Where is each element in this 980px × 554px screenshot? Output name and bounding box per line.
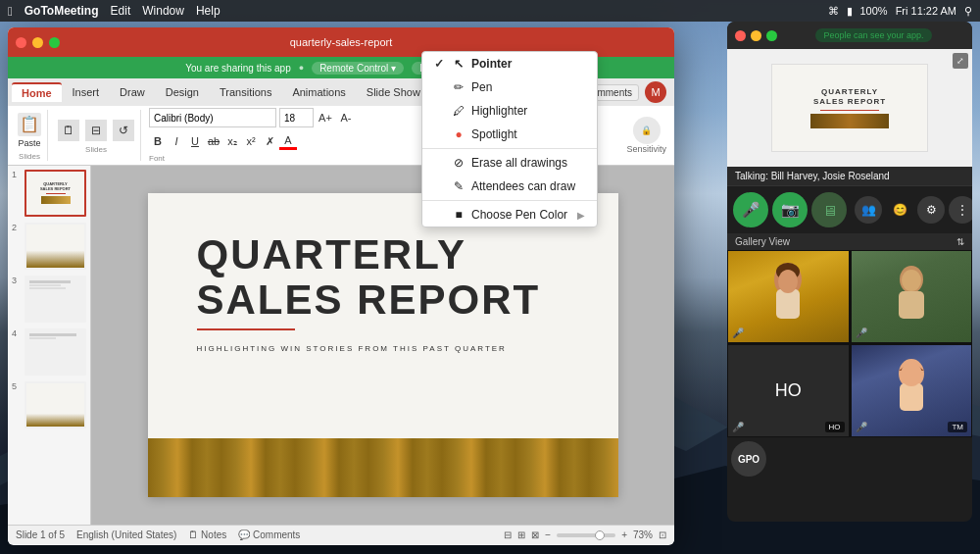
account-button[interactable]: M xyxy=(645,81,666,103)
zoom-out-btn[interactable]: − xyxy=(545,529,551,540)
superscript-button[interactable]: x² xyxy=(242,132,260,150)
slide-number-4: 4 xyxy=(12,328,22,338)
close-button[interactable] xyxy=(16,37,26,48)
notes-btn[interactable]: 🗒 Notes xyxy=(188,529,226,540)
fit-slide-btn[interactable]: ⊡ xyxy=(659,529,666,540)
underline-button[interactable]: U xyxy=(186,132,204,150)
gtm-preview-content: QUARTERLYSALES REPORT xyxy=(771,64,928,152)
wood-floor-decoration xyxy=(148,438,618,497)
tab-transitions[interactable]: Transitions xyxy=(210,83,281,101)
zoom-in-btn[interactable]: + xyxy=(621,529,627,540)
app-indicator: ● xyxy=(299,63,304,73)
pen-color-action[interactable]: ■ Choose Pen Color ▶ xyxy=(422,203,597,227)
increase-font-button[interactable]: A+ xyxy=(317,109,334,126)
menu-help[interactable]: Help xyxy=(196,4,220,18)
zoom-level[interactable]: 73% xyxy=(633,529,653,540)
new-slide-button[interactable]: 🗒 xyxy=(56,118,81,143)
highlighter-label: Highlighter xyxy=(471,104,527,118)
slide-image-1[interactable]: QUARTERLYSALES REPORT xyxy=(24,170,86,217)
mac-menubar:  GoToMeeting Edit Window Help ⌘ ▮ 100% … xyxy=(0,0,980,22)
tab-slideshow[interactable]: Slide Show xyxy=(357,83,430,101)
tab-draw[interactable]: Draw xyxy=(110,83,155,101)
zoom-slider[interactable] xyxy=(557,533,615,537)
menu-window[interactable]: Window xyxy=(142,4,184,18)
font-family-input[interactable] xyxy=(149,108,276,127)
pointer-label: Pointer xyxy=(471,57,512,71)
pointer-tool[interactable]: ✓ ↖ Pointer xyxy=(422,52,597,76)
paste-button[interactable]: 📋 Paste xyxy=(16,111,43,150)
slide-image-2[interactable] xyxy=(24,223,86,270)
minimize-button[interactable] xyxy=(32,37,43,48)
decrease-font-button[interactable]: A- xyxy=(337,109,355,126)
fullscreen-button[interactable] xyxy=(49,37,60,48)
pointer-check: ✓ xyxy=(434,57,446,71)
font-size-input[interactable] xyxy=(279,108,314,127)
tab-home[interactable]: Home xyxy=(12,82,62,102)
slide-thumb-4[interactable]: 4 xyxy=(12,328,86,376)
participant-2-avatar xyxy=(887,260,936,333)
sensitivity-icon: 🔒 xyxy=(633,117,661,144)
settings-button[interactable]: ⚙ xyxy=(917,196,945,224)
comments-status-btn[interactable]: 💬 Comments xyxy=(238,529,300,540)
gtm-preview-red-line xyxy=(820,110,879,111)
app-name[interactable]: GoToMeeting xyxy=(24,4,99,18)
slide-image-4[interactable] xyxy=(24,328,86,376)
erase-drawings-action[interactable]: ⊘ Erase all drawings xyxy=(422,151,597,175)
slide-thumb-1[interactable]: 1 QUARTERLYSALES REPORT xyxy=(12,170,86,217)
erase-icon: ⊘ xyxy=(452,156,466,170)
strikethrough-button[interactable]: ab xyxy=(205,132,222,150)
view-outline-icon[interactable]: ⊞ xyxy=(517,529,525,540)
camera-button[interactable]: 📷 xyxy=(772,192,808,227)
search-icon[interactable]: ⚲ xyxy=(964,5,972,18)
minimize-button-gtm[interactable] xyxy=(751,30,761,41)
view-presenter-icon[interactable]: ⊠ xyxy=(531,529,539,540)
svg-rect-8 xyxy=(899,291,924,319)
more-options-button[interactable]: ⋮ xyxy=(949,196,972,224)
view-normal-icon[interactable]: ⊟ xyxy=(504,529,512,540)
participant-cell-1: 🎤 xyxy=(727,250,850,343)
screen-share-button[interactable]: 🖥 xyxy=(811,192,847,227)
svg-rect-5 xyxy=(776,289,800,319)
drawing-tools-dropdown: ✓ ↖ Pointer ✏ Pen 🖊 Highlighter ● Spotli… xyxy=(421,51,598,227)
participants-button[interactable]: 👥 xyxy=(855,196,882,224)
subscript-button[interactable]: x₂ xyxy=(223,132,241,150)
expand-preview-button[interactable]: ⤢ xyxy=(953,53,968,69)
mic-button[interactable]: 🎤 xyxy=(733,192,768,227)
svg-point-9 xyxy=(902,270,921,291)
italic-button[interactable]: I xyxy=(168,132,185,150)
apple-icon[interactable]:  xyxy=(8,4,13,19)
slide-image-3[interactable] xyxy=(24,276,86,323)
layout-button[interactable]: ⊟ xyxy=(83,118,109,143)
remote-control-pill[interactable]: Remote Control ▾ xyxy=(312,62,404,75)
participant-2-mic: 🎤 xyxy=(856,327,867,338)
font-color-button[interactable]: A xyxy=(279,132,297,150)
close-button-gtm[interactable] xyxy=(735,30,746,41)
gallery-toggle-icon[interactable]: ⇅ xyxy=(956,236,964,247)
participant-1-mic: 🎤 xyxy=(732,327,744,338)
slide-image-5[interactable] xyxy=(24,381,86,428)
participant-4-mic: 🎤 xyxy=(856,422,867,432)
color-swatch-icon: ■ xyxy=(452,208,466,222)
slide-thumb-5[interactable]: 5 xyxy=(12,381,86,428)
tab-insert[interactable]: Insert xyxy=(63,83,110,101)
gpo-button[interactable]: GPO xyxy=(731,441,766,477)
talking-label: Talking: xyxy=(735,171,768,181)
highlighter-tool[interactable]: 🖊 Highlighter xyxy=(422,99,597,123)
slide-thumb-3[interactable]: 3 xyxy=(12,276,86,323)
color-submenu-arrow: ▶ xyxy=(577,210,585,221)
pen-tool[interactable]: ✏ Pen xyxy=(422,76,597,99)
pen-label: Pen xyxy=(471,80,492,94)
fullscreen-button-gtm[interactable] xyxy=(766,30,777,41)
bold-button[interactable]: B xyxy=(149,132,167,150)
attendees-draw-action[interactable]: ✎ Attendees can draw xyxy=(422,175,597,198)
tab-animations[interactable]: Animations xyxy=(282,83,355,101)
clear-format-button[interactable]: ✗ xyxy=(261,132,278,150)
reactions-button[interactable]: 😊 xyxy=(886,196,913,224)
menu-edit[interactable]: Edit xyxy=(111,4,131,18)
slide-thumb-2[interactable]: 2 xyxy=(12,223,86,270)
reset-button[interactable]: ↺ xyxy=(111,118,136,143)
spotlight-tool[interactable]: ● Spotlight xyxy=(422,123,597,146)
tab-design[interactable]: Design xyxy=(156,83,209,101)
remote-control-label: Remote Control xyxy=(319,63,388,74)
slides-section: 🗒 ⊟ ↺ Slides xyxy=(52,110,141,161)
